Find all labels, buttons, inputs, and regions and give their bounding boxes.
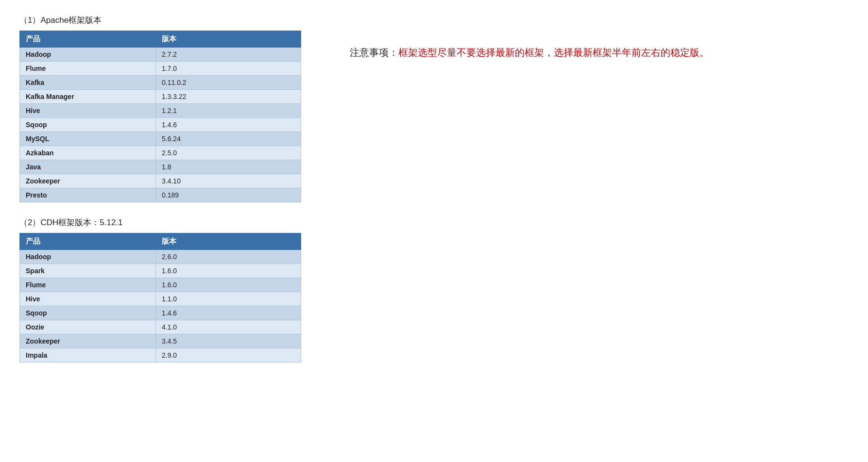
table-row: MySQL5.6.24 — [20, 132, 301, 146]
product-cell: Flume — [20, 62, 156, 76]
table-row: Zookeeper3.4.5 — [20, 334, 301, 348]
product-cell: Spark — [20, 264, 156, 278]
product-cell: Impala — [20, 348, 156, 363]
table-row: Zookeeper3.4.10 — [20, 174, 301, 188]
version-cell: 1.3.3.22 — [156, 90, 301, 104]
product-cell: Hadoop — [20, 48, 156, 62]
product-cell: Java — [20, 160, 156, 174]
product-cell: Azkaban — [20, 146, 156, 160]
apache-table-head: 产品 版本 — [20, 31, 301, 48]
version-cell: 1.4.6 — [156, 118, 301, 132]
apache-table: 产品 版本 Hadoop2.7.2Flume1.7.0Kafka0.11.0.2… — [19, 31, 301, 202]
note-prefix: 注意事项： — [350, 47, 398, 58]
cdh-col-version: 版本 — [156, 233, 301, 250]
table-row: Hadoop2.6.0 — [20, 250, 301, 264]
version-cell: 1.4.6 — [156, 306, 301, 320]
product-cell: Sqoop — [20, 306, 156, 320]
version-cell: 3.4.5 — [156, 334, 301, 348]
product-cell: Oozie — [20, 320, 156, 334]
cdh-table: 产品 版本 Hadoop2.6.0Spark1.6.0Flume1.6.0Hiv… — [19, 233, 301, 363]
note-box: 注意事项：框架选型尽量不要选择最新的框架，选择最新框架半年前左右的稳定版。 — [350, 44, 849, 61]
table-row: Java1.8 — [20, 160, 301, 174]
apache-table-body: Hadoop2.7.2Flume1.7.0Kafka0.11.0.2Kafka … — [20, 48, 301, 202]
version-cell: 1.6.0 — [156, 264, 301, 278]
product-cell: Flume — [20, 278, 156, 292]
cdh-col-product: 产品 — [20, 233, 156, 250]
apache-col-version: 版本 — [156, 31, 301, 48]
product-cell: Zookeeper — [20, 174, 156, 188]
table-row: Presto0.189 — [20, 188, 301, 202]
version-cell: 0.189 — [156, 188, 301, 202]
section1-title: （1）Apache框架版本 — [19, 15, 321, 26]
page-layout: （1）Apache框架版本 产品 版本 Hadoop2.7.2Flume1.7.… — [19, 15, 849, 377]
product-cell: MySQL — [20, 132, 156, 146]
apache-header-row: 产品 版本 — [20, 31, 301, 48]
version-cell: 2.6.0 — [156, 250, 301, 264]
version-cell: 1.7.0 — [156, 62, 301, 76]
version-cell: 3.4.10 — [156, 174, 301, 188]
product-cell: Kafka Manager — [20, 90, 156, 104]
section2-title: （2）CDH框架版本：5.12.1 — [19, 217, 321, 228]
apache-col-product: 产品 — [20, 31, 156, 48]
version-cell: 2.5.0 — [156, 146, 301, 160]
cdh-header-row: 产品 版本 — [20, 233, 301, 250]
version-cell: 5.6.24 — [156, 132, 301, 146]
product-cell: Presto — [20, 188, 156, 202]
right-content: 注意事项：框架选型尽量不要选择最新的框架，选择最新框架半年前左右的稳定版。 — [350, 15, 849, 61]
table-row: Flume1.7.0 — [20, 62, 301, 76]
note-text: 框架选型尽量不要选择最新的框架，选择最新框架半年前左右的稳定版。 — [398, 47, 709, 58]
product-cell: Hadoop — [20, 250, 156, 264]
product-cell: Sqoop — [20, 118, 156, 132]
table-row: Kafka Manager1.3.3.22 — [20, 90, 301, 104]
table-row: Hive1.2.1 — [20, 104, 301, 118]
version-cell: 0.11.0.2 — [156, 76, 301, 90]
left-content: （1）Apache框架版本 产品 版本 Hadoop2.7.2Flume1.7.… — [19, 15, 321, 377]
table-row: Sqoop1.4.6 — [20, 306, 301, 320]
table-row: Sqoop1.4.6 — [20, 118, 301, 132]
version-cell: 2.7.2 — [156, 48, 301, 62]
cdh-table-head: 产品 版本 — [20, 233, 301, 250]
table-row: Spark1.6.0 — [20, 264, 301, 278]
table-row: Hive1.1.0 — [20, 292, 301, 306]
version-cell: 4.1.0 — [156, 320, 301, 334]
product-cell: Kafka — [20, 76, 156, 90]
table-row: Oozie4.1.0 — [20, 320, 301, 334]
version-cell: 1.8 — [156, 160, 301, 174]
table-row: Hadoop2.7.2 — [20, 48, 301, 62]
version-cell: 1.1.0 — [156, 292, 301, 306]
product-cell: Hive — [20, 292, 156, 306]
table-row: Kafka0.11.0.2 — [20, 76, 301, 90]
product-cell: Zookeeper — [20, 334, 156, 348]
table-row: Impala2.9.0 — [20, 348, 301, 363]
cdh-table-body: Hadoop2.6.0Spark1.6.0Flume1.6.0Hive1.1.0… — [20, 250, 301, 363]
table-row: Azkaban2.5.0 — [20, 146, 301, 160]
version-cell: 1.2.1 — [156, 104, 301, 118]
version-cell: 2.9.0 — [156, 348, 301, 363]
table-row: Flume1.6.0 — [20, 278, 301, 292]
product-cell: Hive — [20, 104, 156, 118]
version-cell: 1.6.0 — [156, 278, 301, 292]
